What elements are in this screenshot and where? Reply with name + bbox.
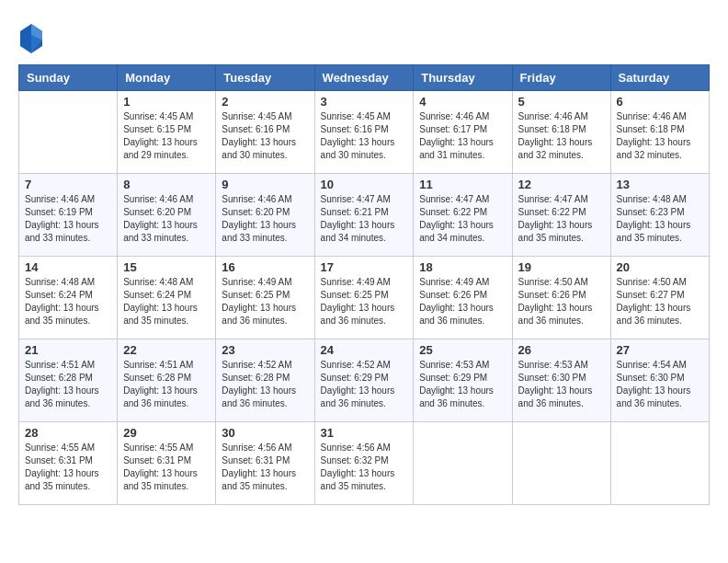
- calendar-cell: 18Sunrise: 4:49 AM Sunset: 6:26 PM Dayli…: [414, 257, 512, 339]
- day-info: Sunrise: 4:52 AM Sunset: 6:29 PM Dayligh…: [321, 359, 408, 410]
- calendar-cell: [610, 422, 709, 505]
- day-header-wednesday: Wednesday: [314, 65, 414, 91]
- logo-icon: [18, 22, 44, 55]
- calendar-cell: 25Sunrise: 4:53 AM Sunset: 6:29 PM Dayli…: [414, 339, 512, 422]
- day-header-monday: Monday: [118, 65, 216, 91]
- day-number: 14: [25, 260, 111, 274]
- day-number: 9: [222, 178, 308, 191]
- logo: [18, 22, 44, 55]
- calendar-cell: 6Sunrise: 4:46 AM Sunset: 6:18 PM Daylig…: [610, 91, 709, 174]
- calendar-cell: 16Sunrise: 4:49 AM Sunset: 6:25 PM Dayli…: [216, 257, 314, 339]
- day-info: Sunrise: 4:51 AM Sunset: 6:28 PM Dayligh…: [25, 359, 111, 410]
- day-number: 26: [518, 343, 605, 357]
- day-number: 30: [222, 426, 308, 440]
- day-info: Sunrise: 4:56 AM Sunset: 6:31 PM Dayligh…: [222, 442, 308, 493]
- day-number: 11: [419, 178, 506, 191]
- calendar-cell: 22Sunrise: 4:51 AM Sunset: 6:28 PM Dayli…: [118, 339, 216, 422]
- day-number: 4: [419, 95, 506, 109]
- calendar-cell: 11Sunrise: 4:47 AM Sunset: 6:22 PM Dayli…: [414, 174, 512, 257]
- calendar-cell: 27Sunrise: 4:54 AM Sunset: 6:30 PM Dayli…: [610, 339, 709, 422]
- calendar-cell: 23Sunrise: 4:52 AM Sunset: 6:28 PM Dayli…: [216, 339, 314, 422]
- day-number: 24: [321, 343, 408, 357]
- page-header: [18, 18, 710, 55]
- calendar-cell: 1Sunrise: 4:45 AM Sunset: 6:15 PM Daylig…: [118, 91, 216, 174]
- calendar-cell: 31Sunrise: 4:56 AM Sunset: 6:32 PM Dayli…: [314, 422, 414, 505]
- calendar-cell: 29Sunrise: 4:55 AM Sunset: 6:31 PM Dayli…: [118, 422, 216, 505]
- day-info: Sunrise: 4:45 AM Sunset: 6:16 PM Dayligh…: [222, 110, 308, 162]
- calendar-cell: 2Sunrise: 4:45 AM Sunset: 6:16 PM Daylig…: [216, 91, 314, 174]
- day-number: 28: [25, 426, 111, 440]
- day-info: Sunrise: 4:46 AM Sunset: 6:20 PM Dayligh…: [123, 193, 210, 245]
- day-header-friday: Friday: [512, 65, 610, 91]
- day-number: 3: [321, 95, 408, 109]
- day-info: Sunrise: 4:51 AM Sunset: 6:28 PM Dayligh…: [123, 359, 210, 410]
- calendar-cell: 21Sunrise: 4:51 AM Sunset: 6:28 PM Dayli…: [19, 339, 118, 422]
- day-number: 29: [123, 426, 210, 440]
- calendar-table: SundayMondayTuesdayWednesdayThursdayFrid…: [18, 64, 710, 505]
- day-info: Sunrise: 4:47 AM Sunset: 6:21 PM Dayligh…: [321, 193, 408, 245]
- calendar-cell: 4Sunrise: 4:46 AM Sunset: 6:17 PM Daylig…: [414, 91, 512, 174]
- day-number: 19: [518, 260, 605, 274]
- calendar-cell: 3Sunrise: 4:45 AM Sunset: 6:16 PM Daylig…: [314, 91, 414, 174]
- day-info: Sunrise: 4:45 AM Sunset: 6:15 PM Dayligh…: [123, 110, 210, 162]
- day-number: 20: [617, 260, 703, 274]
- calendar-cell: 15Sunrise: 4:48 AM Sunset: 6:24 PM Dayli…: [118, 257, 216, 339]
- day-info: Sunrise: 4:49 AM Sunset: 6:25 PM Dayligh…: [222, 276, 308, 327]
- calendar-cell: 28Sunrise: 4:55 AM Sunset: 6:31 PM Dayli…: [19, 422, 118, 505]
- calendar-header-row: SundayMondayTuesdayWednesdayThursdayFrid…: [19, 65, 710, 91]
- calendar-cell: 17Sunrise: 4:49 AM Sunset: 6:25 PM Dayli…: [314, 257, 414, 339]
- day-info: Sunrise: 4:46 AM Sunset: 6:19 PM Dayligh…: [25, 193, 111, 245]
- calendar-cell: 9Sunrise: 4:46 AM Sunset: 6:20 PM Daylig…: [216, 174, 314, 257]
- day-number: 7: [25, 178, 111, 191]
- calendar-cell: 24Sunrise: 4:52 AM Sunset: 6:29 PM Dayli…: [314, 339, 414, 422]
- day-info: Sunrise: 4:55 AM Sunset: 6:31 PM Dayligh…: [25, 442, 111, 493]
- day-number: 31: [321, 426, 408, 440]
- day-info: Sunrise: 4:48 AM Sunset: 6:24 PM Dayligh…: [25, 276, 111, 327]
- day-info: Sunrise: 4:46 AM Sunset: 6:17 PM Dayligh…: [419, 110, 506, 162]
- day-info: Sunrise: 4:47 AM Sunset: 6:22 PM Dayligh…: [419, 193, 506, 245]
- calendar-cell: 12Sunrise: 4:47 AM Sunset: 6:22 PM Dayli…: [512, 174, 610, 257]
- day-number: 18: [419, 260, 506, 274]
- day-number: 16: [222, 260, 308, 274]
- day-info: Sunrise: 4:48 AM Sunset: 6:23 PM Dayligh…: [617, 193, 703, 245]
- day-number: 12: [518, 178, 605, 191]
- calendar-cell: 7Sunrise: 4:46 AM Sunset: 6:19 PM Daylig…: [19, 174, 118, 257]
- day-info: Sunrise: 4:45 AM Sunset: 6:16 PM Dayligh…: [321, 110, 408, 162]
- day-number: 5: [518, 95, 605, 109]
- calendar-week-row: 28Sunrise: 4:55 AM Sunset: 6:31 PM Dayli…: [19, 422, 710, 505]
- day-number: 2: [222, 95, 308, 109]
- day-info: Sunrise: 4:53 AM Sunset: 6:29 PM Dayligh…: [419, 359, 506, 410]
- day-info: Sunrise: 4:49 AM Sunset: 6:25 PM Dayligh…: [321, 276, 408, 327]
- calendar-week-row: 7Sunrise: 4:46 AM Sunset: 6:19 PM Daylig…: [19, 174, 710, 257]
- day-number: 17: [321, 260, 408, 274]
- day-number: 22: [123, 343, 210, 357]
- day-header-saturday: Saturday: [610, 65, 709, 91]
- calendar-cell: 14Sunrise: 4:48 AM Sunset: 6:24 PM Dayli…: [19, 257, 118, 339]
- calendar-cell: 10Sunrise: 4:47 AM Sunset: 6:21 PM Dayli…: [314, 174, 414, 257]
- day-info: Sunrise: 4:52 AM Sunset: 6:28 PM Dayligh…: [222, 359, 308, 410]
- calendar-cell: [414, 422, 512, 505]
- day-header-tuesday: Tuesday: [216, 65, 314, 91]
- day-number: 21: [25, 343, 111, 357]
- day-header-sunday: Sunday: [19, 65, 118, 91]
- calendar-cell: 8Sunrise: 4:46 AM Sunset: 6:20 PM Daylig…: [118, 174, 216, 257]
- calendar-cell: 19Sunrise: 4:50 AM Sunset: 6:26 PM Dayli…: [512, 257, 610, 339]
- day-number: 10: [321, 178, 408, 191]
- calendar-week-row: 1Sunrise: 4:45 AM Sunset: 6:15 PM Daylig…: [19, 91, 710, 174]
- calendar-cell: 20Sunrise: 4:50 AM Sunset: 6:27 PM Dayli…: [610, 257, 709, 339]
- day-info: Sunrise: 4:48 AM Sunset: 6:24 PM Dayligh…: [123, 276, 210, 327]
- day-info: Sunrise: 4:46 AM Sunset: 6:18 PM Dayligh…: [518, 110, 605, 162]
- day-info: Sunrise: 4:56 AM Sunset: 6:32 PM Dayligh…: [321, 442, 408, 493]
- calendar-cell: 30Sunrise: 4:56 AM Sunset: 6:31 PM Dayli…: [216, 422, 314, 505]
- day-number: 23: [222, 343, 308, 357]
- day-info: Sunrise: 4:50 AM Sunset: 6:26 PM Dayligh…: [518, 276, 605, 327]
- calendar-cell: 13Sunrise: 4:48 AM Sunset: 6:23 PM Dayli…: [610, 174, 709, 257]
- day-number: 1: [123, 95, 210, 109]
- day-number: 15: [123, 260, 210, 274]
- day-info: Sunrise: 4:46 AM Sunset: 6:18 PM Dayligh…: [617, 110, 703, 162]
- day-number: 8: [123, 178, 210, 191]
- day-info: Sunrise: 4:53 AM Sunset: 6:30 PM Dayligh…: [518, 359, 605, 410]
- day-number: 6: [617, 95, 703, 109]
- day-info: Sunrise: 4:50 AM Sunset: 6:27 PM Dayligh…: [617, 276, 703, 327]
- day-info: Sunrise: 4:46 AM Sunset: 6:20 PM Dayligh…: [222, 193, 308, 245]
